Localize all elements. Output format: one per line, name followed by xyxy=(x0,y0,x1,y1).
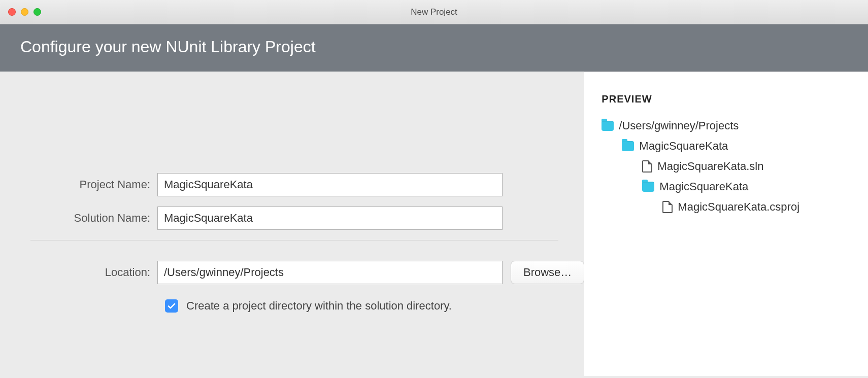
browse-button[interactable]: Browse… xyxy=(511,261,584,284)
titlebar: New Project xyxy=(0,0,868,24)
project-name-input[interactable] xyxy=(157,173,503,196)
file-icon xyxy=(642,160,652,173)
tree-label: MagicSquareKata xyxy=(639,140,728,153)
tree-label: MagicSquareKata.sln xyxy=(657,160,763,173)
zoom-window-button[interactable] xyxy=(34,8,41,16)
page-header: Configure your new NUnit Library Project xyxy=(0,24,868,72)
create-directory-label: Create a project directory within the so… xyxy=(186,299,452,313)
tree-label: MagicSquareKata xyxy=(659,180,748,193)
location-label: Location: xyxy=(0,266,157,279)
solution-name-label: Solution Name: xyxy=(0,212,157,225)
solution-name-input[interactable] xyxy=(157,207,503,230)
window-title: New Project xyxy=(0,7,868,17)
file-icon xyxy=(662,201,673,213)
window-controls xyxy=(8,8,41,16)
form-pane: Project Name: Solution Name: Location: B… xyxy=(0,72,584,376)
project-name-label: Project Name: xyxy=(0,178,157,191)
close-window-button[interactable] xyxy=(8,8,16,16)
tree-label: /Users/gwinney/Projects xyxy=(619,119,739,132)
tree-folder-root: /Users/gwinney/Projects xyxy=(602,119,868,132)
preview-pane: PREVIEW /Users/gwinney/Projects MagicSqu… xyxy=(584,72,868,376)
page-title: Configure your new NUnit Library Project xyxy=(20,38,316,56)
preview-title: PREVIEW xyxy=(602,93,868,105)
separator xyxy=(30,240,558,240)
checkmark-icon xyxy=(167,301,176,311)
minimize-window-button[interactable] xyxy=(21,8,28,16)
tree-label: MagicSquareKata.csproj xyxy=(678,200,799,214)
folder-icon xyxy=(642,182,654,192)
folder-icon xyxy=(622,141,634,151)
tree-folder-project: MagicSquareKata xyxy=(602,180,868,193)
tree-folder-solution: MagicSquareKata xyxy=(602,140,868,153)
tree-file-sln: MagicSquareKata.sln xyxy=(602,160,868,173)
tree-file-csproj: MagicSquareKata.csproj xyxy=(602,200,868,214)
location-input[interactable] xyxy=(157,261,503,284)
folder-icon xyxy=(602,121,614,131)
create-directory-checkbox[interactable] xyxy=(165,299,178,313)
